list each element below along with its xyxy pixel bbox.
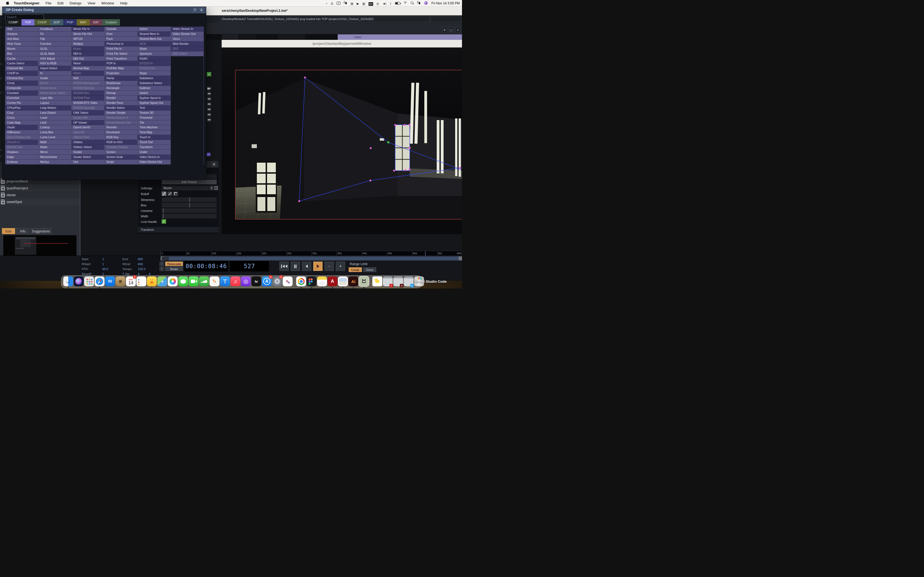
op-item[interactable]: Movie File Out: [71, 32, 104, 37]
op-item[interactable]: Render: [105, 96, 137, 101]
dock-keynote[interactable]: [220, 276, 230, 288]
editwindow-titlebar[interactable]: /project1/kantanMapper/editWindow: [222, 40, 462, 48]
mapping-canvas[interactable]: [222, 48, 462, 234]
op-item[interactable]: Multiply: [71, 42, 104, 47]
op-item[interactable]: Ouster: [71, 150, 104, 155]
tab-info[interactable]: Info: [16, 228, 29, 234]
op-item[interactable]: Point File In: [105, 47, 137, 52]
op-item[interactable]: Feedback: [38, 27, 71, 32]
op-item[interactable]: Inside: [38, 76, 71, 81]
menu-touchdesigner[interactable]: TouchDesigner: [14, 1, 40, 5]
dock-acrobat[interactable]: [327, 276, 338, 288]
help-icon[interactable]: ?: [214, 186, 218, 190]
dock-notes[interactable]: [317, 276, 327, 288]
play-icon[interactable]: ▶: [357, 2, 359, 5]
tab-sop[interactable]: SOP: [50, 19, 63, 26]
node-thumbnail[interactable]: [278, 34, 305, 40]
dock-launchpad[interactable]: [84, 276, 94, 288]
menu-window[interactable]: Window: [101, 1, 114, 5]
visibility-eye-icon[interactable]: [207, 102, 211, 106]
op-item[interactable]: Point File Select: [105, 52, 137, 56]
dock-podcasts[interactable]: [241, 276, 251, 288]
op-item[interactable]: Blur: [5, 52, 38, 56]
step-back-button[interactable]: [302, 261, 311, 271]
dialog-help-button[interactable]: ?: [192, 7, 197, 13]
op-item[interactable]: Point Transform: [105, 56, 137, 61]
frame-ruler[interactable]: 151101151201251301351401451501551600: [161, 251, 462, 256]
op-item[interactable]: Orbbec: [71, 140, 104, 145]
search-input[interactable]: [5, 14, 44, 19]
op-item[interactable]: Under: [137, 150, 170, 155]
op-item[interactable]: Video Stream In: [171, 27, 204, 32]
node-thumbnail[interactable]: [257, 34, 277, 40]
siri-icon[interactable]: [424, 1, 428, 5]
dock-music[interactable]: [230, 276, 241, 288]
op-item[interactable]: Vioso: [171, 37, 204, 42]
op-item[interactable]: Reorder: [105, 125, 137, 130]
op-item[interactable]: Normal Map: [71, 66, 104, 71]
op-item[interactable]: Monochrome: [38, 155, 71, 160]
dock-minwin[interactable]: ✆: [404, 276, 414, 288]
window-icon[interactable]: [337, 2, 341, 5]
op-item[interactable]: Cache Select: [5, 61, 38, 66]
g-loop-icon[interactable]: G: [331, 2, 333, 5]
op-item[interactable]: Orbbec Select: [71, 145, 104, 150]
op-item[interactable]: Lens Distort: [38, 110, 71, 115]
battery-icon[interactable]: [395, 2, 400, 5]
op-item[interactable]: Select: [137, 27, 170, 32]
beats-toggle[interactable]: Beats: [165, 266, 183, 271]
lock-handle-checkbox[interactable]: ✓: [162, 219, 166, 224]
op-item[interactable]: NDI Out: [71, 56, 104, 61]
op-item[interactable]: Substance: [137, 76, 170, 81]
op-item[interactable]: Corner Pin: [5, 101, 38, 105]
op-item[interactable]: HSV to RGB: [38, 61, 71, 66]
op-item[interactable]: HSV Adjust: [38, 56, 71, 61]
op-item[interactable]: Ramp: [105, 76, 137, 81]
node-thumbnail[interactable]: [222, 34, 239, 40]
op-item[interactable]: GLSL: [38, 47, 71, 52]
op-item[interactable]: Syphon Spout In: [137, 96, 170, 101]
op-item[interactable]: Outside: [105, 27, 137, 32]
op-item[interactable]: Tone Map: [137, 130, 170, 135]
op-item[interactable]: Video Stream Out: [171, 32, 204, 37]
op-item[interactable]: Script: [105, 160, 137, 164]
color-swatch[interactable]: [207, 153, 210, 156]
counter-button[interactable]: 0: [442, 27, 447, 33]
op-item[interactable]: Touch Out: [137, 140, 170, 145]
tab-suggestions[interactable]: Suggestions: [31, 228, 52, 234]
once-button[interactable]: Once: [363, 268, 376, 272]
op-item[interactable]: Layout: [38, 101, 71, 105]
op-item[interactable]: Cube Map: [5, 120, 38, 125]
op-item[interactable]: Displace: [5, 150, 38, 155]
close-icon[interactable]: ✕: [212, 162, 216, 167]
op-item[interactable]: Shared Mem Out: [137, 37, 170, 42]
timeline-options-button[interactable]: ...: [162, 257, 169, 260]
op-item[interactable]: Channel Mix: [5, 66, 38, 71]
dock-waveform[interactable]: [283, 276, 293, 288]
dock-preview[interactable]: [338, 276, 348, 288]
op-item[interactable]: Render Select: [105, 105, 137, 110]
op-item[interactable]: Fit: [38, 32, 71, 37]
side-tool-icon[interactable]: [0, 162, 2, 164]
tab-icon[interactable]: Icon: [2, 228, 15, 234]
op-item[interactable]: Limit: [38, 120, 71, 125]
op-item[interactable]: Render Simple: [105, 110, 137, 115]
tab-mat[interactable]: MAT: [77, 19, 90, 26]
rolloff-scurve-icon[interactable]: [162, 192, 166, 196]
edit-texture-button[interactable]: Edit Texture: [162, 180, 217, 184]
op-item[interactable]: Edge: [5, 155, 38, 160]
dock-mail[interactable]: [105, 276, 115, 288]
keyboard-icon[interactable]: ▤: [351, 2, 354, 5]
op-item[interactable]: Rectangle: [105, 86, 137, 91]
op-item[interactable]: Composite: [5, 86, 38, 91]
op-item[interactable]: Subtract: [137, 86, 170, 91]
op-item[interactable]: RGB to HSV: [105, 140, 137, 145]
op-item[interactable]: Blob Track: [5, 42, 38, 47]
creative-cloud-icon[interactable]: [344, 1, 347, 5]
op-item[interactable]: Projection: [105, 71, 137, 76]
visibility-eye-icon[interactable]: [207, 107, 211, 111]
dock-chrome[interactable]: [296, 276, 306, 288]
op-item[interactable]: Video Device Out: [137, 160, 170, 164]
sidebar-item-sweetSpot[interactable]: sweetSpot: [0, 198, 80, 205]
dock-illustrator[interactable]: [348, 276, 359, 288]
